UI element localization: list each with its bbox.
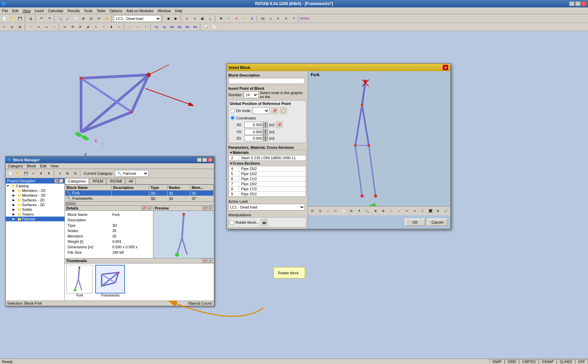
menu-results[interactable]: Results bbox=[66, 8, 82, 13]
thumb-fork[interactable]: Fork bbox=[66, 265, 93, 299]
tb2-result1[interactable]: Vz bbox=[153, 23, 160, 31]
tb-zoom-out[interactable]: 🔎 bbox=[64, 15, 72, 22]
nav-item-members-2d[interactable]: ▶ 📁 Members - 2D bbox=[6, 188, 65, 193]
nav-item-fahrrad[interactable]: ▶ 📁 Fahrrad bbox=[6, 217, 65, 221]
menu-table[interactable]: Table bbox=[95, 8, 107, 13]
menu-addon[interactable]: Add-on Modules bbox=[124, 8, 155, 13]
x0-pick-btn[interactable]: 📌 bbox=[276, 121, 283, 129]
menu-file[interactable]: File bbox=[0, 8, 10, 13]
bm-tb-large[interactable]: ⊟ bbox=[72, 170, 79, 177]
on-node-btn1[interactable]: 📌 bbox=[271, 107, 278, 114]
ib-tb-r4[interactable]: ↕ bbox=[395, 207, 403, 215]
tb2-loads2[interactable]: → bbox=[134, 23, 142, 31]
ib-tb-btn6[interactable]: ⊟ bbox=[348, 207, 355, 215]
tb-plates[interactable]: ▦ bbox=[199, 15, 206, 22]
tb-settings[interactable]: ⚙ bbox=[217, 15, 225, 22]
tb2-select-all[interactable]: ⊞ bbox=[16, 23, 24, 31]
details-close[interactable]: ✕ bbox=[147, 206, 152, 210]
tb-error[interactable]: ✕ bbox=[233, 15, 240, 22]
status-tab-glines[interactable]: GLINES bbox=[557, 359, 575, 364]
tb2-extrude[interactable]: ⬆ bbox=[108, 23, 115, 31]
maximize-button[interactable]: □ bbox=[575, 1, 581, 6]
tb-zoom-window[interactable]: ⊞ bbox=[80, 15, 87, 22]
bm-tb-tiles[interactable]: ⊞ bbox=[64, 170, 71, 177]
tb-new[interactable]: 📄 bbox=[1, 15, 8, 22]
menu-insert[interactable]: Insert bbox=[32, 8, 46, 13]
node-number-dropdown[interactable]: 14 bbox=[244, 91, 258, 98]
tb2-select-box[interactable]: ⊡ bbox=[8, 23, 16, 31]
x0-input[interactable] bbox=[245, 122, 263, 128]
nav-close-btn[interactable]: ✕ bbox=[59, 179, 63, 183]
preview-pin[interactable]: 📌 bbox=[202, 206, 207, 210]
menu-view[interactable]: View bbox=[21, 8, 33, 13]
tb-rotate[interactable]: ⟳ bbox=[95, 15, 103, 22]
ib-tb-btn7[interactable]: ✦ bbox=[356, 207, 363, 215]
rotate-block-checkbox[interactable] bbox=[230, 220, 234, 225]
tb2-mirror[interactable]: ⇌ bbox=[84, 23, 92, 31]
block-row-frameworks[interactable]: 🔧 Frameworks 3D 34 37 bbox=[65, 196, 214, 201]
bm-tb-delete[interactable]: ✕ bbox=[30, 170, 37, 177]
z0-input[interactable] bbox=[245, 135, 263, 141]
thumb-frameworks[interactable]: Frameworks bbox=[95, 265, 126, 299]
tb-next-lc[interactable]: ▶ bbox=[172, 15, 180, 22]
tb-prev-lc[interactable]: ◀ bbox=[164, 15, 172, 22]
tb-save[interactable]: 💾 bbox=[16, 15, 24, 22]
y0-up[interactable]: ▲ bbox=[263, 129, 268, 132]
active-load-dropdown[interactable]: LC1 - Dead load bbox=[228, 204, 305, 211]
tb2-result3[interactable]: Mx bbox=[168, 23, 176, 31]
tb-redo[interactable]: ↷ bbox=[46, 15, 53, 22]
status-tab-grid[interactable]: GRID bbox=[505, 359, 519, 364]
bm-close[interactable]: ✕ bbox=[208, 158, 212, 162]
ib-tb-btn5[interactable]: ⬜ bbox=[340, 207, 347, 215]
tab-rfem[interactable]: RFEM bbox=[90, 178, 106, 184]
z0-up[interactable]: ▲ bbox=[263, 135, 268, 138]
block-table-scrollbar[interactable] bbox=[65, 201, 214, 205]
tb2-result2[interactable]: Vy bbox=[160, 23, 168, 31]
thumb-close[interactable]: ✕ bbox=[208, 259, 212, 263]
scrollbar-thumb[interactable] bbox=[66, 202, 76, 205]
menu-window[interactable]: Window bbox=[155, 8, 173, 13]
ib-tb-btn4[interactable]: ⇦ bbox=[332, 207, 339, 215]
tb-pan[interactable]: ✋ bbox=[103, 15, 110, 22]
nav-item-catalog[interactable]: ▼ 📁 Catalog bbox=[6, 184, 65, 188]
nav-item-solids[interactable]: ▶ 📁 Solids bbox=[6, 207, 65, 212]
ib-tb-btn8[interactable]: 🔍 bbox=[363, 207, 370, 215]
bm-tb-open[interactable]: 📂 bbox=[14, 170, 22, 177]
nav-item-surfaces-3d[interactable]: ▶ 📁 Surfaces - 3D bbox=[6, 202, 65, 207]
tb2-loads3[interactable]: ↕ bbox=[142, 23, 149, 31]
thumb-pin[interactable]: 📌 bbox=[202, 259, 207, 263]
tb2-graph1[interactable]: 📊 bbox=[202, 23, 210, 31]
status-tab-osnap[interactable]: OSNAP bbox=[539, 359, 557, 364]
status-tab-cartes[interactable]: CARTES bbox=[519, 359, 539, 364]
block-description-input[interactable] bbox=[228, 78, 305, 84]
tb2-rotate2[interactable]: ⟳ bbox=[77, 23, 84, 31]
ib-tb-r1[interactable]: ⊕ bbox=[372, 207, 379, 215]
details-pin[interactable]: 📌 bbox=[142, 206, 146, 210]
tb-front[interactable]: F bbox=[275, 15, 282, 22]
ib-tb-r8[interactable]: ⬛ bbox=[427, 207, 434, 215]
tb2-divide[interactable]: ÷ bbox=[100, 23, 107, 31]
tb-members[interactable]: ━ bbox=[191, 15, 198, 22]
bm-tb-list[interactable]: ≡ bbox=[56, 170, 63, 177]
ib-tb-r2[interactable]: ⊗ bbox=[380, 207, 387, 215]
ib-tb-r5[interactable]: ⇐ bbox=[403, 207, 410, 215]
bm-tb-save[interactable]: 💾 bbox=[22, 170, 29, 177]
coordinates-radio[interactable] bbox=[230, 116, 235, 120]
x0-down[interactable]: ▼ bbox=[263, 125, 268, 128]
tb-3d[interactable]: 3D bbox=[259, 15, 266, 22]
bm-maximize[interactable]: □ bbox=[202, 158, 207, 162]
ib-tb-btn2[interactable]: ◷ bbox=[316, 207, 324, 215]
tb2-graph2[interactable]: 📈 bbox=[210, 23, 218, 31]
z0-down[interactable]: ▼ bbox=[263, 138, 268, 141]
ib-tb-r9[interactable]: ⊚ bbox=[435, 207, 442, 215]
tb-check[interactable]: ✓ bbox=[225, 15, 232, 22]
nav-item-towers[interactable]: ▶ 📁 Towers bbox=[6, 212, 65, 217]
menu-calculate[interactable]: Calculate bbox=[46, 8, 66, 13]
menu-edit[interactable]: Edit bbox=[10, 8, 21, 13]
close-button[interactable]: ✕ bbox=[581, 1, 587, 6]
tb-info[interactable]: ℹ bbox=[248, 15, 256, 22]
ib-tb-r6[interactable]: ⇒ bbox=[411, 207, 418, 215]
tb2-scale[interactable]: ⤡ bbox=[92, 23, 100, 31]
bm-tb-import[interactable]: ⬇ bbox=[37, 170, 45, 177]
tab-rstab[interactable]: RSTAB bbox=[107, 178, 125, 184]
